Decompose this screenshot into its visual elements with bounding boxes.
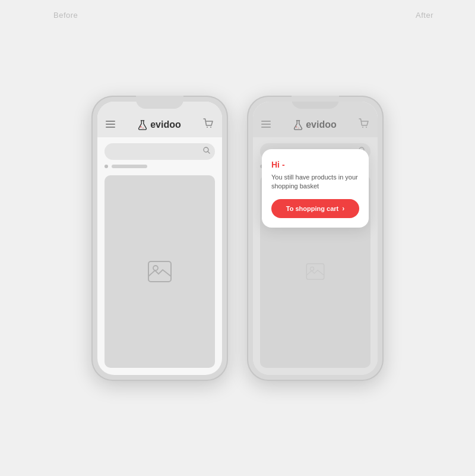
menu-icon-before[interactable] (106, 119, 115, 130)
phone-after: evidoo (247, 96, 384, 381)
to-shopping-cart-button[interactable]: To shopping cart › (271, 199, 359, 218)
breadcrumb-before (97, 162, 222, 173)
search-bar-before[interactable] (104, 143, 215, 160)
phone-notch-before (136, 96, 183, 109)
svg-rect-2 (106, 127, 115, 128)
svg-rect-10 (148, 261, 171, 282)
search-icon-before (203, 147, 210, 156)
breadcrumb-dot-before (104, 165, 108, 168)
breadcrumb-line-before (112, 165, 147, 168)
logo-text-before: evidoo (150, 119, 181, 130)
search-row-before (97, 137, 222, 162)
svg-rect-0 (106, 121, 115, 122)
phone-before: evidoo (91, 96, 228, 381)
modal-card: Hi - You still have products in your sho… (262, 149, 369, 228)
scene: Before After (0, 0, 475, 476)
image-placeholder-icon-before (148, 261, 172, 282)
svg-point-6 (207, 127, 208, 128)
modal-button-label: To shopping cart (286, 205, 338, 212)
svg-point-5 (142, 127, 143, 128)
label-after: After (416, 11, 433, 20)
product-area-before (104, 175, 215, 368)
modal-overlay: Hi - You still have products in your sho… (253, 102, 378, 375)
logo-before: evidoo (137, 119, 181, 130)
label-before: Before (53, 11, 78, 20)
svg-rect-1 (106, 124, 115, 125)
svg-line-9 (208, 152, 210, 153)
svg-point-7 (210, 127, 211, 128)
phone-screen-before: evidoo (97, 102, 222, 375)
svg-point-4 (140, 126, 141, 127)
phone-screen-after: evidoo (253, 102, 378, 375)
modal-title: Hi - (271, 160, 359, 169)
chevron-right-icon: › (342, 204, 344, 213)
cart-icon-before[interactable] (203, 118, 214, 131)
modal-body: You still have products in your shopping… (271, 173, 359, 191)
svg-point-11 (153, 266, 158, 270)
